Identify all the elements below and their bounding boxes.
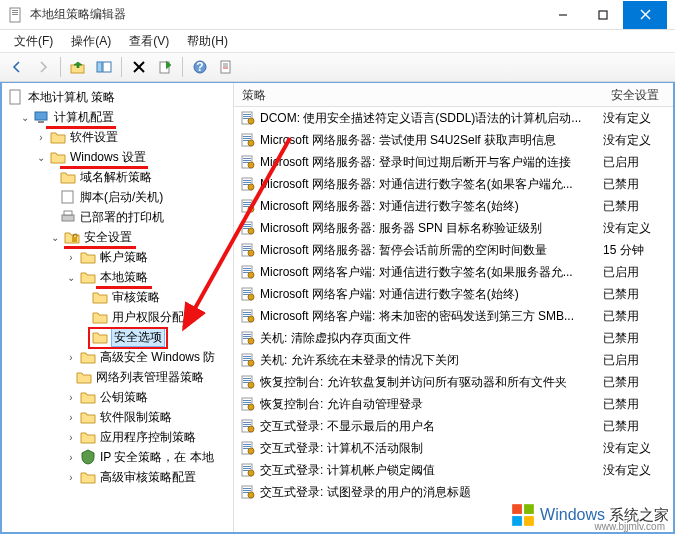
tree-public-key[interactable]: › 公钥策略 (4, 387, 233, 407)
tree-network-list[interactable]: 网络列表管理器策略 (4, 367, 233, 387)
policy-item-icon (240, 198, 256, 214)
policy-row[interactable]: 关机: 允许系统在未登录的情况下关闭已启用 (234, 349, 673, 371)
policy-row[interactable]: Microsoft 网络客户端: 对通信进行数字签名(如果服务器允...已启用 (234, 261, 673, 283)
expand-icon[interactable]: › (64, 450, 78, 464)
close-button[interactable] (623, 1, 667, 29)
maximize-button[interactable] (583, 1, 623, 29)
tree-software-settings[interactable]: › 软件设置 (4, 127, 233, 147)
svg-rect-35 (243, 140, 249, 141)
up-folder-button[interactable] (67, 56, 89, 78)
svg-rect-115 (243, 492, 249, 493)
policy-row[interactable]: 关机: 清除虚拟内存页面文件已禁用 (234, 327, 673, 349)
svg-rect-118 (512, 504, 522, 514)
policy-name: 交互式登录: 计算机不活动限制 (260, 440, 603, 457)
policy-row[interactable]: DCOM: 使用安全描述符定义语言(SDDL)语法的计算机启动...没有定义 (234, 107, 673, 129)
expand-icon[interactable]: › (64, 430, 78, 444)
folder-icon (92, 309, 108, 325)
policy-row[interactable]: Microsoft 网络服务器: 尝试使用 S4U2Self 获取声明信息没有定… (234, 129, 673, 151)
menu-action[interactable]: 操作(A) (63, 31, 119, 52)
menu-help[interactable]: 帮助(H) (179, 31, 236, 52)
tree-security-options[interactable]: 安全选项 (4, 327, 233, 347)
tree-security-settings[interactable]: ⌄ 安全设置 (4, 227, 233, 247)
policy-row[interactable]: Microsoft 网络服务器: 登录时间过期后断开与客户端的连接已启用 (234, 151, 673, 173)
toolbar: ? (0, 52, 675, 82)
svg-rect-20 (10, 90, 20, 104)
collapse-icon[interactable]: ⌄ (48, 230, 62, 244)
tree-printers[interactable]: 已部署的打印机 (4, 207, 233, 227)
policy-row[interactable]: Microsoft 网络客户端: 对通信进行数字签名(始终)已禁用 (234, 283, 673, 305)
svg-rect-119 (524, 504, 534, 514)
svg-rect-39 (243, 160, 251, 161)
policy-name: Microsoft 网络服务器: 登录时间过期后断开与客户端的连接 (260, 154, 603, 171)
svg-rect-80 (243, 338, 249, 339)
minimize-button[interactable] (543, 1, 583, 29)
policy-list[interactable]: DCOM: 使用安全描述符定义语言(SDDL)语法的计算机启动...没有定义Mi… (234, 107, 673, 532)
tree-local-policy[interactable]: ⌄ 本地策略 (4, 267, 233, 287)
column-setting[interactable]: 安全设置 (603, 83, 673, 106)
tree-windows-settings[interactable]: ⌄ Windows 设置 (4, 147, 233, 167)
policy-row[interactable]: Microsoft 网络服务器: 对通信进行数字签名(如果客户端允...已禁用 (234, 173, 673, 195)
svg-rect-95 (243, 404, 249, 405)
folder-icon (80, 389, 96, 405)
tree-windows-firewall[interactable]: › 高级安全 Windows 防 (4, 347, 233, 367)
tree-scripts[interactable]: 脚本(启动/关机) (4, 187, 233, 207)
tree-root[interactable]: 本地计算机 策略 (4, 87, 233, 107)
svg-rect-9 (97, 62, 102, 72)
tree-ipsec[interactable]: › IP 安全策略，在 本地 (4, 447, 233, 467)
menu-view[interactable]: 查看(V) (121, 31, 177, 52)
watermark: Windows 系统之家 (510, 502, 669, 528)
folder-icon (80, 269, 96, 285)
svg-rect-16 (221, 61, 230, 73)
policy-row[interactable]: 恢复控制台: 允许自动管理登录已禁用 (234, 393, 673, 415)
back-button[interactable] (6, 56, 28, 78)
policy-row[interactable]: 恢复控制台: 允许软盘复制并访问所有驱动器和所有文件夹已禁用 (234, 371, 673, 393)
expand-icon[interactable]: › (34, 130, 48, 144)
tree-account-policy[interactable]: › 帐户策略 (4, 247, 233, 267)
policy-row[interactable]: Microsoft 网络服务器: 暂停会话前所需的空闲时间数量15 分钟 (234, 239, 673, 261)
svg-rect-28 (243, 114, 251, 115)
policy-row[interactable]: Microsoft 网络客户端: 将未加密的密码发送到第三方 SMB...已禁用 (234, 305, 673, 327)
expand-icon[interactable]: › (64, 390, 78, 404)
svg-rect-44 (243, 182, 251, 183)
expand-icon[interactable]: › (64, 410, 78, 424)
tree-app-control[interactable]: › 应用程序控制策略 (4, 427, 233, 447)
menu-bar: 文件(F) 操作(A) 查看(V) 帮助(H) (0, 30, 675, 52)
delete-button[interactable] (128, 56, 150, 78)
tree-computer-config[interactable]: ⌄ 计算机配置 (4, 107, 233, 127)
policy-row[interactable]: 交互式登录: 计算机帐户锁定阈值没有定义 (234, 459, 673, 481)
expand-icon[interactable]: › (64, 470, 78, 484)
expand-icon[interactable]: › (64, 250, 78, 264)
policy-value: 已禁用 (603, 176, 667, 193)
collapse-icon[interactable]: ⌄ (18, 110, 32, 124)
policy-row[interactable]: 交互式登录: 试图登录的用户的消息标题 (234, 481, 673, 503)
svg-rect-73 (243, 312, 251, 313)
tree-label: 已部署的打印机 (80, 209, 164, 226)
policy-value: 已禁用 (603, 418, 667, 435)
show-tree-button[interactable] (93, 56, 115, 78)
svg-rect-108 (243, 466, 251, 467)
policy-row[interactable]: 交互式登录: 不显示最后的用户名已禁用 (234, 415, 673, 437)
tree-label: IP 安全策略，在 本地 (100, 449, 214, 466)
properties-button[interactable] (215, 56, 237, 78)
expand-icon[interactable]: › (64, 350, 78, 364)
policy-tree[interactable]: 本地计算机 策略 ⌄ 计算机配置 › 软件设置 ⌄ Windows 设置 (2, 83, 233, 532)
menu-file[interactable]: 文件(F) (6, 31, 61, 52)
forward-button[interactable] (32, 56, 54, 78)
folder-icon (80, 249, 96, 265)
svg-rect-22 (38, 121, 44, 123)
toolbar-separator (182, 57, 183, 77)
tree-user-rights[interactable]: 用户权限分配 (4, 307, 233, 327)
policy-row[interactable]: 交互式登录: 计算机不活动限制没有定义 (234, 437, 673, 459)
policy-row[interactable]: Microsoft 网络服务器: 对通信进行数字签名(始终)已禁用 (234, 195, 673, 217)
collapse-icon[interactable]: ⌄ (64, 270, 78, 284)
help-button[interactable]: ? (189, 56, 211, 78)
collapse-icon[interactable]: ⌄ (34, 150, 48, 164)
tree-adv-audit[interactable]: › 高级审核策略配置 (4, 467, 233, 487)
tree-audit-policy[interactable]: 审核策略 (4, 287, 233, 307)
export-button[interactable] (154, 56, 176, 78)
svg-rect-58 (243, 246, 251, 247)
tree-dns-policy[interactable]: 域名解析策略 (4, 167, 233, 187)
column-policy[interactable]: 策略 (234, 83, 603, 106)
policy-row[interactable]: Microsoft 网络服务器: 服务器 SPN 目标名称验证级别没有定义 (234, 217, 673, 239)
tree-software-restrict[interactable]: › 软件限制策略 (4, 407, 233, 427)
